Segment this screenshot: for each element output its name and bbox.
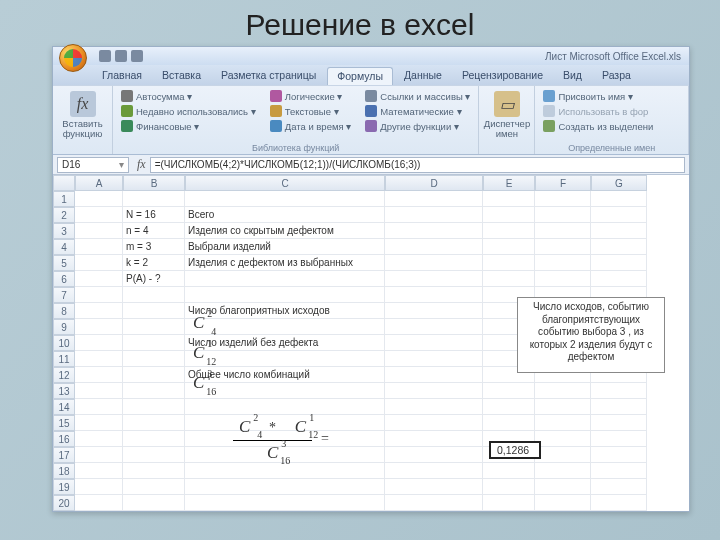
cell-C4[interactable]: Выбрали изделий [185, 239, 385, 255]
cell-F4[interactable] [535, 239, 591, 255]
cell-G1[interactable] [591, 191, 647, 207]
col-header[interactable]: G [591, 175, 647, 191]
row-header[interactable]: 19 [53, 479, 75, 495]
insert-function-button[interactable]: fx Вставить функцию [59, 89, 106, 141]
cell-E4[interactable] [483, 239, 535, 255]
cell-C14[interactable] [185, 399, 385, 415]
cell-C2[interactable]: Всего [185, 207, 385, 223]
tab-5[interactable]: Рецензирование [453, 67, 552, 85]
cell-D5[interactable] [385, 255, 483, 271]
cell-B18[interactable] [123, 463, 185, 479]
cell-B13[interactable] [123, 383, 185, 399]
cell-G20[interactable] [591, 495, 647, 511]
cell-B5[interactable]: k = 2 [123, 255, 185, 271]
cell-B19[interactable] [123, 479, 185, 495]
cell-E14[interactable] [483, 399, 535, 415]
cell-C12[interactable]: Общее число комбинаций [185, 367, 385, 383]
tab-3[interactable]: Формулы [327, 67, 393, 85]
cell-A16[interactable] [75, 431, 123, 447]
cell-F6[interactable] [535, 271, 591, 287]
cell-C3[interactable]: Изделия со скрытым дефектом [185, 223, 385, 239]
row-header[interactable]: 1 [53, 191, 75, 207]
tab-6[interactable]: Вид [554, 67, 591, 85]
cell-A17[interactable] [75, 447, 123, 463]
row-header[interactable]: 2 [53, 207, 75, 223]
cell-C10[interactable]: Число изделий без дефекта [185, 335, 385, 351]
cell-F20[interactable] [535, 495, 591, 511]
col-header[interactable]: F [535, 175, 591, 191]
cell-A13[interactable] [75, 383, 123, 399]
cell-B4[interactable]: m = 3 [123, 239, 185, 255]
cell-D13[interactable] [385, 383, 483, 399]
row-header[interactable]: 9 [53, 319, 75, 335]
col-header[interactable]: B [123, 175, 185, 191]
cell-C19[interactable] [185, 479, 385, 495]
cell-B11[interactable] [123, 351, 185, 367]
lookup-button[interactable]: Ссылки и массивы ▾ [363, 89, 472, 103]
cell-D9[interactable] [385, 319, 483, 335]
text-button[interactable]: Текстовые ▾ [268, 104, 354, 118]
name-manager-button[interactable]: ▭ Диспетчер имен [485, 89, 528, 141]
logical-button[interactable]: Логические ▾ [268, 89, 354, 103]
cell-A20[interactable] [75, 495, 123, 511]
cell-A2[interactable] [75, 207, 123, 223]
cell-E20[interactable] [483, 495, 535, 511]
cell-A1[interactable] [75, 191, 123, 207]
cell-D20[interactable] [385, 495, 483, 511]
cell-G14[interactable] [591, 399, 647, 415]
qat-undo-icon[interactable] [115, 50, 127, 62]
cell-F2[interactable] [535, 207, 591, 223]
tab-7[interactable]: Разра [593, 67, 640, 85]
create-from-selection-button[interactable]: Создать из выделени [541, 119, 682, 133]
cell-A4[interactable] [75, 239, 123, 255]
cell-E6[interactable] [483, 271, 535, 287]
cell-D19[interactable] [385, 479, 483, 495]
result-cell[interactable]: 0,1286 [489, 441, 541, 459]
row-header[interactable]: 5 [53, 255, 75, 271]
cell-F13[interactable] [535, 383, 591, 399]
cell-F19[interactable] [535, 479, 591, 495]
row-header[interactable]: 14 [53, 399, 75, 415]
qat-save-icon[interactable] [99, 50, 111, 62]
cell-A18[interactable] [75, 463, 123, 479]
cell-G19[interactable] [591, 479, 647, 495]
more-button[interactable]: Другие функции ▾ [363, 119, 472, 133]
cell-F15[interactable] [535, 415, 591, 431]
row-header[interactable]: 20 [53, 495, 75, 511]
cell-G18[interactable] [591, 463, 647, 479]
cell-A10[interactable] [75, 335, 123, 351]
name-box[interactable]: D16▾ [57, 157, 129, 173]
cell-B12[interactable] [123, 367, 185, 383]
cell-A3[interactable] [75, 223, 123, 239]
cell-F1[interactable] [535, 191, 591, 207]
cell-D8[interactable] [385, 303, 483, 319]
cell-E5[interactable] [483, 255, 535, 271]
cell-D14[interactable] [385, 399, 483, 415]
cell-F16[interactable] [535, 431, 591, 447]
cell-C5[interactable]: Изделия с дефектом из выбранных [185, 255, 385, 271]
cell-D11[interactable] [385, 351, 483, 367]
cell-E18[interactable] [483, 463, 535, 479]
row-header[interactable]: 18 [53, 463, 75, 479]
text-box-note[interactable]: Число исходов, событию благоприятствующи… [517, 297, 665, 373]
cell-D10[interactable] [385, 335, 483, 351]
cell-C20[interactable] [185, 495, 385, 511]
row-header[interactable]: 13 [53, 383, 75, 399]
cell-D12[interactable] [385, 367, 483, 383]
cell-D4[interactable] [385, 239, 483, 255]
tab-0[interactable]: Главная [93, 67, 151, 85]
cell-E15[interactable] [483, 415, 535, 431]
row-header[interactable]: 3 [53, 223, 75, 239]
cell-B20[interactable] [123, 495, 185, 511]
cell-G6[interactable] [591, 271, 647, 287]
cell-E1[interactable] [483, 191, 535, 207]
cell-C1[interactable] [185, 191, 385, 207]
cell-F14[interactable] [535, 399, 591, 415]
qat-redo-icon[interactable] [131, 50, 143, 62]
formula-input[interactable]: =(ЧИСЛКОМБ(4;2)*ЧИСЛКОМБ(12;1))/(ЧИСЛКОМ… [150, 157, 685, 173]
tab-2[interactable]: Разметка страницы [212, 67, 325, 85]
col-header[interactable]: C [185, 175, 385, 191]
cell-F17[interactable] [535, 447, 591, 463]
cell-A12[interactable] [75, 367, 123, 383]
cell-F18[interactable] [535, 463, 591, 479]
